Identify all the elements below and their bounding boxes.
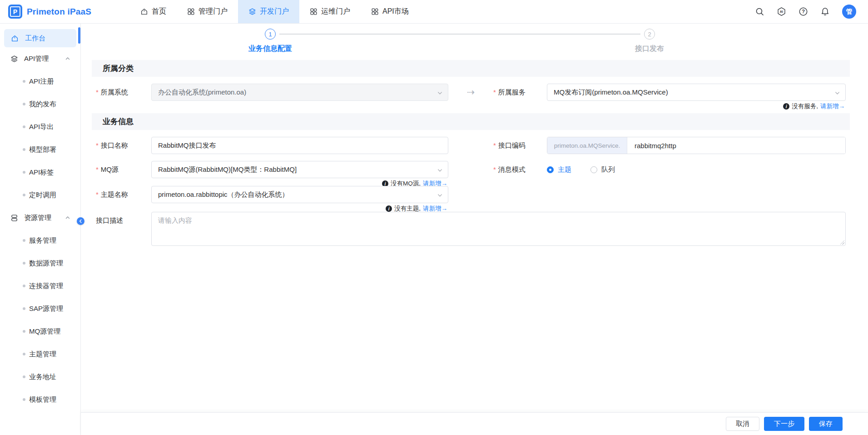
field-system: 办公自动化系统(primeton.oa) [151, 84, 448, 101]
nav-item-label: 首页 [152, 7, 166, 16]
radio-dot [547, 166, 554, 173]
message-mode-radio-group: 主题 队列 [547, 161, 846, 178]
mq-source-select-value: RabbitMQ源(RabbitMQ)[MQ类型：RabbitMQ] [158, 165, 297, 174]
sidebar-item-my-publish[interactable]: 我的发布 [0, 93, 80, 115]
field-label-system: *所属系统 [96, 84, 151, 101]
home-icon [11, 35, 19, 42]
field-description [151, 212, 846, 248]
sidebar-item-topic-management[interactable]: 主题管理 [0, 343, 80, 365]
primary-nav: 首页 管理门户 开发门户 运维门户 API市场 [130, 0, 419, 23]
chevron-up-icon [65, 56, 70, 61]
save-button[interactable]: 保存 [809, 417, 843, 431]
sidebar-item-template-management[interactable]: 模板管理 [0, 388, 80, 411]
user-avatar[interactable]: 管 [842, 5, 856, 19]
required-asterisk: * [493, 88, 496, 96]
sidebar-item-connector-management[interactable]: 连接器管理 [0, 275, 80, 297]
add-service-link[interactable]: 请新增→ [820, 102, 845, 110]
service-select[interactable]: MQ发布订阅(primeton.oa.MQService) [547, 84, 846, 101]
row-name-code: *接口名称 *接口编码 primeton.oa.MQService. [92, 137, 850, 154]
interface-code-input[interactable] [627, 137, 845, 154]
interface-name-input[interactable] [151, 137, 448, 154]
sidebar-item-mq-source-management[interactable]: MQ源管理 [0, 320, 80, 343]
sidebar-item-sap-source-management[interactable]: SAP源管理 [0, 297, 80, 320]
ai-assistant-icon[interactable]: AI [777, 7, 786, 16]
notification-bell-icon[interactable] [820, 7, 830, 16]
grid-icon [371, 8, 379, 15]
sidebar-item-api-register[interactable]: API注册 [0, 70, 80, 93]
radio-label: 队列 [601, 165, 615, 174]
field-interface-name [151, 137, 448, 154]
description-textarea[interactable] [151, 212, 846, 246]
sidebar-item-label: SAP源管理 [29, 305, 63, 313]
home-icon [140, 8, 148, 15]
action-footer: 取消 下一步 保存 [81, 412, 868, 435]
field-label-description: 接口描述 [96, 212, 151, 229]
sidebar-item-api-tags[interactable]: API标签 [0, 161, 80, 184]
sidebar-item-business-address[interactable]: 业务地址 [0, 365, 80, 388]
sidebar-item-workbench[interactable]: 工作台 [4, 29, 76, 47]
sidebar-item-scheduled-call[interactable]: 定时调用 [0, 184, 80, 206]
field-label-mq-source: *MQ源 [96, 161, 151, 178]
sidebar-item-api-export[interactable]: API导出 [0, 115, 80, 138]
sidebar-group-label: 资源管理 [24, 214, 51, 222]
chevron-down-icon [437, 167, 443, 173]
brand-name: Primeton iPaaS [27, 7, 91, 17]
row-system-service: *所属系统 办公自动化系统(primeton.oa) *所属服务 [92, 84, 850, 101]
sidebar-item-label: 模型部署 [29, 145, 56, 154]
radio-topic[interactable]: 主题 [547, 165, 571, 174]
help-icon[interactable]: ? [799, 7, 808, 16]
sidebar-item-label: 我的发布 [29, 100, 56, 109]
row-mqsource-mode: *MQ源 RabbitMQ源(RabbitMQ)[MQ类型：RabbitMQ] … [92, 161, 850, 178]
sidebar-scrollbar-thumb[interactable] [78, 27, 80, 44]
nav-item-api-market[interactable]: API市场 [361, 0, 419, 23]
sidebar-collapse-button[interactable] [77, 217, 84, 225]
nav-item-label: API市场 [382, 7, 409, 16]
svg-text:?: ? [802, 9, 805, 14]
radio-queue[interactable]: 队列 [590, 165, 615, 174]
layers-icon [248, 8, 256, 15]
radio-label: 主题 [558, 165, 571, 174]
grid-icon [187, 8, 195, 15]
resize-grip[interactable] [840, 240, 844, 245]
required-asterisk: * [96, 88, 99, 96]
sidebar-item-label: 服务管理 [29, 236, 56, 245]
sidebar-item-datasource-management[interactable]: 数据源管理 [0, 252, 80, 275]
system-select-value: 办公自动化系统(primeton.oa) [158, 88, 246, 97]
nav-item-home[interactable]: 首页 [130, 0, 177, 23]
sidebar: 工作台 API管理 API注册 我的发布 API导出 模型部署 API标签 定时… [0, 24, 81, 435]
cancel-button[interactable]: 取消 [726, 417, 759, 431]
info-icon [783, 103, 789, 110]
grid-icon [310, 8, 317, 15]
required-asterisk: * [96, 141, 99, 149]
section-title-classification: 所属分类 [92, 60, 850, 77]
topic-name-select-value: primeton.oa.rabbittopic（办公自动化系统） [158, 190, 289, 199]
system-select[interactable]: 办公自动化系统(primeton.oa) [151, 84, 448, 101]
field-mq-source: RabbitMQ源(RabbitMQ)[MQ类型：RabbitMQ] 没有MQ源… [151, 161, 448, 178]
app-root: P Primeton iPaaS 首页 管理门户 开发门户 运维门户 A [0, 0, 868, 435]
brand[interactable]: P Primeton iPaaS [8, 5, 116, 19]
svg-text:AI: AI [780, 10, 783, 14]
sidebar-item-label: 模板管理 [29, 395, 56, 404]
page-body: 工作台 API管理 API注册 我的发布 API导出 模型部署 API标签 定时… [0, 24, 868, 435]
interface-code-composite: primeton.oa.MQService. [547, 137, 846, 154]
next-step-button[interactable]: 下一步 [764, 417, 804, 431]
sidebar-item-label: API标签 [29, 168, 54, 177]
search-icon[interactable] [755, 7, 764, 16]
sidebar-item-model-deploy[interactable]: 模型部署 [0, 138, 80, 161]
topic-name-select[interactable]: primeton.oa.rabbittopic（办公自动化系统） [151, 186, 448, 203]
nav-item-admin-portal[interactable]: 管理门户 [177, 0, 238, 23]
radio-dot [590, 166, 597, 173]
navbar-tools: AI ? 管 [755, 5, 856, 19]
sidebar-group-resource-management[interactable]: 资源管理 [0, 206, 80, 229]
nav-item-ops-portal[interactable]: 运维门户 [299, 0, 361, 23]
row-description: 接口描述 [92, 212, 850, 248]
nav-item-label: 运维门户 [321, 7, 350, 16]
sidebar-item-service-management[interactable]: 服务管理 [0, 229, 80, 252]
nav-item-label: 管理门户 [198, 7, 228, 16]
mq-source-select[interactable]: RabbitMQ源(RabbitMQ)[MQ类型：RabbitMQ] [151, 161, 448, 178]
sidebar-item-label: MQ源管理 [29, 327, 60, 336]
sidebar-group-api-management[interactable]: API管理 [0, 47, 80, 70]
section-title-business: 业务信息 [92, 113, 850, 130]
nav-item-dev-portal[interactable]: 开发门户 [238, 0, 299, 23]
main-content: 1 2 业务信息配置 接口发布 所属分类 *所属系统 办公自动化系统(prime… [81, 24, 868, 412]
